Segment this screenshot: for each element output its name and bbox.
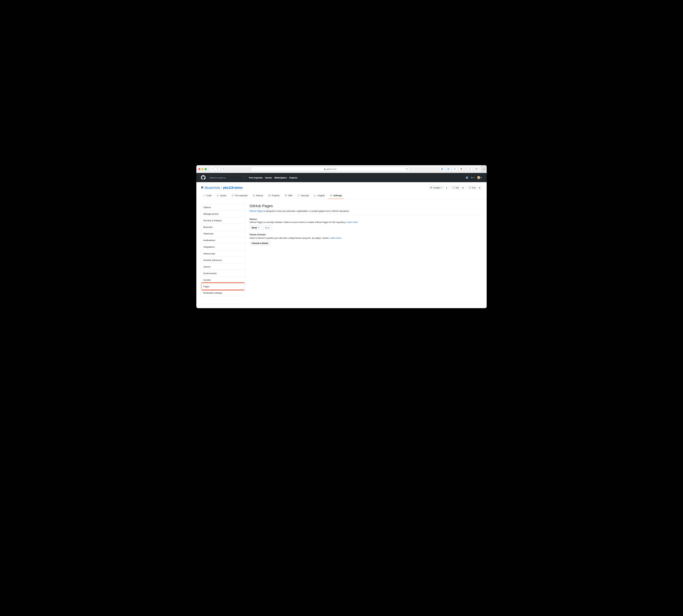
minimize-window-button[interactable] [201,168,204,170]
back-button[interactable] [210,167,215,171]
search-input[interactable]: Search or jump to... / [208,175,247,180]
sidebar-item-secrets[interactable]: Secrets [201,277,245,283]
tabs-icon [475,168,477,170]
sidebar-item-security-analysis[interactable]: Security & analysis [201,217,245,223]
tab-issues[interactable]: Issues [215,193,229,199]
shield-icon [298,194,300,197]
tab-code[interactable]: Code [201,193,214,199]
sidebar-item-moderation[interactable]: Moderation settings [201,290,245,296]
browser-window: github.com Search or jump to... / Pull r… [196,165,487,308]
plus-icon [483,168,485,170]
share-button[interactable] [467,167,473,171]
address-bar[interactable]: github.com [251,167,409,171]
sidebar-item-environments[interactable]: Environments [201,270,245,277]
gear-icon [330,194,332,197]
github-logo-icon[interactable] [201,175,206,180]
sidebar-item-options[interactable]: Options [201,204,245,210]
privacy-button[interactable] [458,167,464,171]
choose-theme-button[interactable]: Choose a theme [250,241,271,246]
onepassword-icon [441,168,443,170]
source-branch-select[interactable]: None [250,225,261,230]
slash-key-icon: / [242,176,245,179]
book-icon [285,194,287,197]
repo-actions: Unwatch 1 Star 0 Fork 0 [428,185,482,190]
github-pages-link[interactable]: GitHub Pages [250,210,263,212]
pocket-icon [447,168,450,170]
page-lead: GitHub Pages is designed to host your pe… [250,210,482,215]
chevron-left-icon [212,168,213,170]
nav-buttons [210,167,220,171]
repo-name-link[interactable]: pbs118-demo [223,186,242,189]
sidebar-item-manage-access[interactable]: Manage access [201,210,245,217]
fork-button[interactable]: Fork 0 [467,185,482,190]
annotation-highlight: Pages [201,282,245,290]
repo-owner-link[interactable]: bbusschots [205,186,220,189]
nav-issues[interactable]: Issues [265,176,272,179]
source-text: GitHub Pages is currently disabled. Sele… [250,221,482,223]
star-label: Star [455,186,459,189]
bell-icon [466,176,469,179]
plus-icon [471,176,473,178]
sidebar-item-pages[interactable]: Pages [201,283,245,290]
forward-button[interactable] [215,167,220,171]
toolbar-right [440,167,485,171]
sidebar-item-actions[interactable]: Actions [201,263,245,270]
header-right [466,176,482,179]
sidebar-item-notifications[interactable]: Notifications [201,237,245,243]
sidebar-item-deploy-keys[interactable]: Deploy keys [201,250,245,257]
nav-explore[interactable]: Explore [290,176,298,179]
caret-down-icon [473,177,475,178]
page-title: GitHub Pages [250,204,482,208]
search-placeholder: Search or jump to... [210,176,227,179]
fingerprint-icon [454,168,456,170]
source-heading: Source [250,218,482,220]
tab-wiki[interactable]: Wiki [283,193,294,199]
tab-pull-requests[interactable]: Pull requests [230,193,250,199]
unwatch-button[interactable]: Unwatch 1 [428,185,449,190]
save-button: Save [263,225,272,230]
zoom-window-button[interactable] [205,168,207,170]
tab-settings[interactable]: Settings [328,193,344,199]
close-window-button[interactable] [198,168,200,170]
project-icon [269,194,271,197]
source-section: Source GitHub Pages is currently disable… [250,218,482,230]
tab-actions[interactable]: Actions [251,193,265,199]
caret-down-icon [258,227,259,227]
sidebar-item-webhooks[interactable]: Webhooks [201,230,245,237]
star-button[interactable]: Star 0 [450,185,465,190]
notifications-button[interactable] [466,176,469,179]
touchid-button[interactable] [452,167,457,171]
sidebar-icon [223,168,225,170]
tab-insights[interactable]: Insights [312,193,327,199]
repo-icon [201,186,204,189]
tab-security[interactable]: Security [296,193,311,199]
reload-icon[interactable] [406,168,408,170]
tab-projects[interactable]: Projects [266,193,282,199]
fork-count: 0 [477,185,482,190]
code-icon [203,194,205,197]
sidebar-item-integrations[interactable]: Integrations [201,243,245,250]
gh-pages-code: gh-pages [311,237,322,239]
theme-heading: Theme Chooser [250,233,482,236]
user-menu[interactable] [477,176,482,179]
theme-learn-more-link[interactable]: Learn more [330,237,341,239]
sidebar-item-branches[interactable]: Branches [201,223,245,230]
chevron-right-icon [217,168,218,170]
new-tab-button[interactable] [481,165,487,173]
repo-head: bbusschots / pbs118-demo Unwatch 1 Star … [196,182,487,190]
tabs-button[interactable] [474,167,479,171]
avatar [477,176,481,179]
sidebar-item-autolink[interactable]: Autolink references [201,257,245,263]
source-learn-more-link[interactable]: Learn more [347,221,358,223]
svg-point-7 [218,195,218,196]
onepassword-button[interactable] [440,167,445,171]
sidebar-button[interactable] [221,167,227,171]
lock-icon [324,168,326,170]
create-menu[interactable] [471,176,475,178]
pocket-button[interactable] [446,167,451,171]
nav-marketplace[interactable]: Marketplace [274,176,286,179]
github-header: Search or jump to... / Pull requests Iss… [196,173,487,182]
shield-half-icon [460,168,462,170]
star-count: 0 [461,185,465,190]
nav-pull-requests[interactable]: Pull requests [249,176,262,179]
